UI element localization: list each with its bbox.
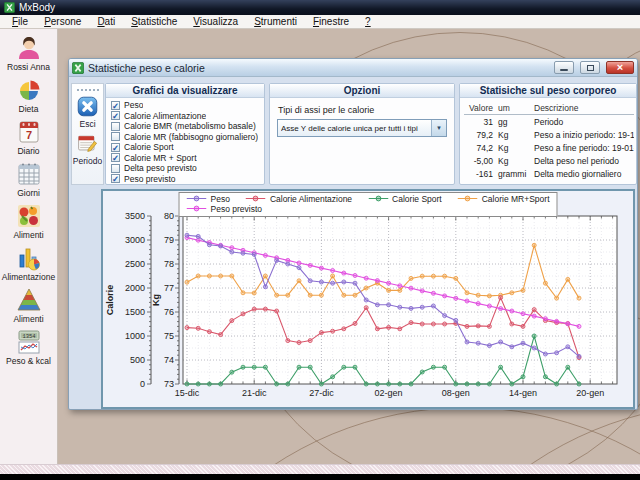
legend-item-peso-previsto: Peso previsto xyxy=(187,204,263,214)
checkbox-calorie-mr-sport[interactable]: ✓ xyxy=(111,153,120,162)
app-title: MxBody xyxy=(19,0,55,15)
stats-column-header: Descrizione xyxy=(534,103,634,113)
stats-cell: 31 xyxy=(464,117,498,127)
checkbox-label: Calorie BMR (metabolismo basale) xyxy=(124,121,256,131)
svg-text:1500: 1500 xyxy=(125,307,145,317)
scale-chart-icon: 1354 xyxy=(16,329,42,355)
stats-row: 31ggPeriodo xyxy=(464,115,634,128)
legend-label: Peso xyxy=(211,194,230,204)
checkbox-peso[interactable]: ✓ xyxy=(111,101,120,110)
stats-row: -161grammiDelta medio giornaliero xyxy=(464,167,634,180)
stats-cell: Kg xyxy=(498,130,534,140)
stats-column-header: Valore xyxy=(464,103,498,113)
legend-row: Peso previsto xyxy=(187,204,550,214)
svg-text:15-dic: 15-dic xyxy=(175,388,200,398)
chart-legend: PesoCalorie AlimentazioneCalorie SportCa… xyxy=(179,192,558,217)
legend-marker-icon xyxy=(187,204,207,214)
period-calendar-icon xyxy=(77,133,98,156)
dialog-body: EsciPeriodo Grafici da visualizzare ✓Pes… xyxy=(69,77,637,409)
checkbox-label: Peso xyxy=(124,100,143,110)
legend-label: Calorie MR+Sport xyxy=(482,194,550,204)
minimize-icon xyxy=(560,69,568,71)
menu-item-statistiche[interactable]: Statistiche xyxy=(123,16,185,27)
svg-text:3500: 3500 xyxy=(125,211,145,221)
legend-item-calorie-mr-sport: Calorie MR+Sport xyxy=(458,194,550,204)
main-area: Rossi AnnaDieta7DiarioGiorniAlimentiAlim… xyxy=(0,29,640,464)
stats-cell: Kg xyxy=(498,143,534,153)
checkbox-row-calorie-alimentazione: ✓Calorie Alimentazione xyxy=(106,111,264,122)
svg-text:75: 75 xyxy=(164,331,174,341)
sidebar-item-dieta[interactable]: Dieta xyxy=(0,74,57,116)
checkbox-calorie-alimentazione[interactable]: ✓ xyxy=(111,111,120,120)
svg-text:2000: 2000 xyxy=(125,283,145,293)
esci-button[interactable]: Esci xyxy=(77,96,98,129)
grafici-checkbox-list: ✓Peso✓Calorie AlimentazioneCalorie BMR (… xyxy=(106,98,264,184)
axis-type-selected-value: Asse Y delle calorie unica per tutti i t… xyxy=(281,124,431,133)
checkbox-label: Delta peso previsto xyxy=(124,163,197,173)
svg-text:80: 80 xyxy=(164,211,174,221)
legend-item-calorie-sport: Calorie Sport xyxy=(368,194,442,204)
pie-chart-icon xyxy=(16,77,42,103)
sidebar-item-alimenti[interactable]: Alimenti xyxy=(0,284,57,326)
panel-grafici-title: Grafici da visualizzare xyxy=(106,84,264,98)
menu-item-help[interactable]: ? xyxy=(357,16,379,27)
close-button[interactable]: × xyxy=(606,61,634,74)
axis-type-select[interactable]: Asse Y delle calorie unica per tutti i t… xyxy=(277,119,447,137)
legend-label: Calorie Alimentazione xyxy=(270,194,352,204)
checkbox-calorie-mr-fabbisogno-giornaliero[interactable] xyxy=(111,132,120,141)
checkbox-label: Calorie Alimentazione xyxy=(124,111,206,121)
sidebar-item-label: Alimenti xyxy=(13,314,43,324)
menu-item-file[interactable]: File xyxy=(4,16,36,27)
menu-item-visualizza[interactable]: Visualizza xyxy=(185,16,246,27)
checkbox-delta-peso-previsto[interactable] xyxy=(111,164,120,173)
sidebar-item-label: Alimentazione xyxy=(2,272,55,282)
maximize-button[interactable] xyxy=(580,61,600,74)
sidebar-item-rossi-anna[interactable]: Rossi Anna xyxy=(0,32,57,74)
svg-text:78: 78 xyxy=(164,259,174,269)
sidebar-item-label: Dieta xyxy=(19,104,39,114)
checkbox-peso-previsto[interactable]: ✓ xyxy=(111,174,120,183)
checkbox-label: Peso previsto xyxy=(124,174,176,184)
svg-text:500: 500 xyxy=(130,355,145,365)
dialog-titlebar[interactable]: Statistiche peso e calorie × xyxy=(69,59,637,77)
calendar-day-icon: 7 xyxy=(16,119,42,145)
menu-item-persone[interactable]: Persone xyxy=(36,16,89,27)
sidebar-item-diario[interactable]: 7Diario xyxy=(0,116,57,158)
dialog-toolbar: EsciPeriodo xyxy=(71,83,104,185)
app-titlebar: MxBody xyxy=(0,0,640,15)
panel-opzioni: Opzioni Tipi di assi per le calorie Asse… xyxy=(269,83,455,185)
food-pyramid-icon xyxy=(16,287,42,313)
checkbox-calorie-sport[interactable]: ✓ xyxy=(111,143,120,152)
legend-marker-icon xyxy=(368,194,388,204)
menu-item-dati[interactable]: Dati xyxy=(89,16,123,27)
legend-label: Calorie Sport xyxy=(392,194,442,204)
legend-row: PesoCalorie AlimentazioneCalorie SportCa… xyxy=(187,194,550,204)
stats-column-header: um xyxy=(498,103,534,113)
panel-opzioni-title: Opzioni xyxy=(270,84,454,98)
panel-statistiche-title: Statisiche sul peso corporeo xyxy=(460,84,636,98)
app-logo-icon xyxy=(4,2,15,13)
dialog-logo-icon xyxy=(72,62,84,74)
svg-text:08-gen: 08-gen xyxy=(442,388,470,398)
minimize-button[interactable] xyxy=(554,61,574,74)
sidebar-item-giorni[interactable]: Giorni xyxy=(0,158,57,200)
menu-item-finestre[interactable]: Finestre xyxy=(305,16,357,27)
checkbox-row-peso-previsto: ✓Peso previsto xyxy=(106,174,264,185)
calendar-grid-icon xyxy=(16,161,42,187)
menu-item-strumenti[interactable]: Strumenti xyxy=(246,16,305,27)
svg-text:Calorie: Calorie xyxy=(105,285,115,316)
svg-text:7: 7 xyxy=(25,129,31,141)
svg-text:1354: 1354 xyxy=(22,333,36,340)
sidebar-item-peso-kcal[interactable]: 1354Peso & kcal xyxy=(0,326,57,368)
checkbox-calorie-bmr-metabolismo-basale[interactable] xyxy=(111,122,120,131)
stats-row: -5,00KgDelta peso nel periodo xyxy=(464,154,634,167)
stats-cell: 74,2 xyxy=(464,143,498,153)
svg-text:20-gen: 20-gen xyxy=(576,388,604,398)
svg-text:14-gen: 14-gen xyxy=(509,388,537,398)
sidebar-item-label: Rossi Anna xyxy=(7,62,50,72)
periodo-button[interactable]: Periodo xyxy=(73,133,102,166)
weight-calorie-chart: 15-dic21-dic27-dic02-gen08-gen14-gen20-g… xyxy=(103,191,633,407)
svg-text:76: 76 xyxy=(164,307,174,317)
sidebar-item-alimenti[interactable]: Alimenti xyxy=(0,200,57,242)
sidebar-item-alimentazione[interactable]: Alimentazione xyxy=(0,242,57,284)
